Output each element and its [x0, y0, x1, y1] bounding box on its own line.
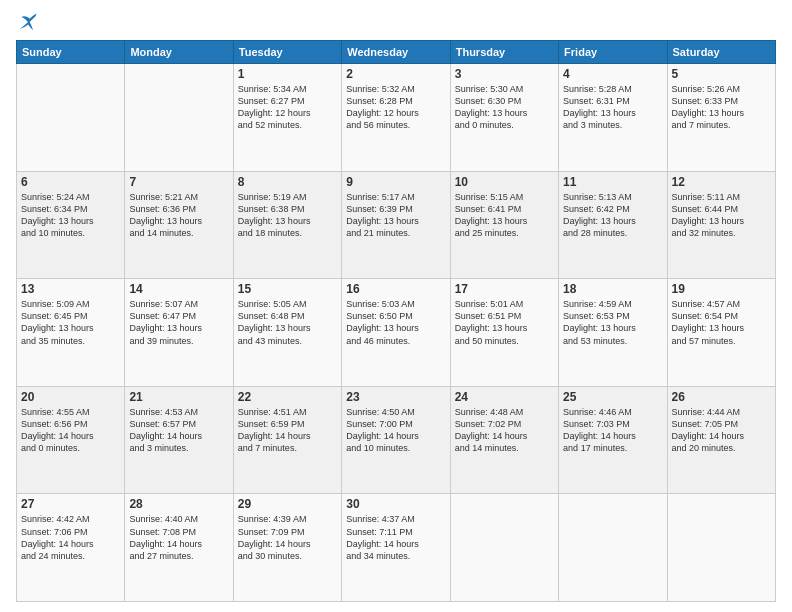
day-number: 13: [21, 282, 120, 296]
day-number: 27: [21, 497, 120, 511]
calendar-cell: 16Sunrise: 5:03 AM Sunset: 6:50 PM Dayli…: [342, 279, 450, 387]
calendar-cell: 5Sunrise: 5:26 AM Sunset: 6:33 PM Daylig…: [667, 64, 775, 172]
calendar-cell: 6Sunrise: 5:24 AM Sunset: 6:34 PM Daylig…: [17, 171, 125, 279]
day-info: Sunrise: 5:03 AM Sunset: 6:50 PM Dayligh…: [346, 298, 445, 347]
day-info: Sunrise: 5:32 AM Sunset: 6:28 PM Dayligh…: [346, 83, 445, 132]
day-info: Sunrise: 5:13 AM Sunset: 6:42 PM Dayligh…: [563, 191, 662, 240]
day-info: Sunrise: 5:28 AM Sunset: 6:31 PM Dayligh…: [563, 83, 662, 132]
week-row-3: 13Sunrise: 5:09 AM Sunset: 6:45 PM Dayli…: [17, 279, 776, 387]
day-info: Sunrise: 4:51 AM Sunset: 6:59 PM Dayligh…: [238, 406, 337, 455]
day-number: 10: [455, 175, 554, 189]
calendar-cell: 11Sunrise: 5:13 AM Sunset: 6:42 PM Dayli…: [559, 171, 667, 279]
week-row-1: 1Sunrise: 5:34 AM Sunset: 6:27 PM Daylig…: [17, 64, 776, 172]
day-number: 4: [563, 67, 662, 81]
day-info: Sunrise: 5:05 AM Sunset: 6:48 PM Dayligh…: [238, 298, 337, 347]
calendar-cell: [125, 64, 233, 172]
day-number: 2: [346, 67, 445, 81]
calendar-cell: 15Sunrise: 5:05 AM Sunset: 6:48 PM Dayli…: [233, 279, 341, 387]
day-info: Sunrise: 4:39 AM Sunset: 7:09 PM Dayligh…: [238, 513, 337, 562]
day-info: Sunrise: 5:15 AM Sunset: 6:41 PM Dayligh…: [455, 191, 554, 240]
page: SundayMondayTuesdayWednesdayThursdayFrid…: [0, 0, 792, 612]
calendar-cell: 18Sunrise: 4:59 AM Sunset: 6:53 PM Dayli…: [559, 279, 667, 387]
calendar-cell: 7Sunrise: 5:21 AM Sunset: 6:36 PM Daylig…: [125, 171, 233, 279]
calendar-cell: 13Sunrise: 5:09 AM Sunset: 6:45 PM Dayli…: [17, 279, 125, 387]
day-info: Sunrise: 4:55 AM Sunset: 6:56 PM Dayligh…: [21, 406, 120, 455]
calendar-cell: 25Sunrise: 4:46 AM Sunset: 7:03 PM Dayli…: [559, 386, 667, 494]
calendar-body: 1Sunrise: 5:34 AM Sunset: 6:27 PM Daylig…: [17, 64, 776, 602]
day-number: 15: [238, 282, 337, 296]
calendar-cell: 23Sunrise: 4:50 AM Sunset: 7:00 PM Dayli…: [342, 386, 450, 494]
day-info: Sunrise: 5:07 AM Sunset: 6:47 PM Dayligh…: [129, 298, 228, 347]
calendar-cell: 17Sunrise: 5:01 AM Sunset: 6:51 PM Dayli…: [450, 279, 558, 387]
day-info: Sunrise: 4:48 AM Sunset: 7:02 PM Dayligh…: [455, 406, 554, 455]
day-info: Sunrise: 4:57 AM Sunset: 6:54 PM Dayligh…: [672, 298, 771, 347]
logo: [16, 12, 38, 32]
day-info: Sunrise: 4:50 AM Sunset: 7:00 PM Dayligh…: [346, 406, 445, 455]
calendar-cell: [559, 494, 667, 602]
calendar-cell: 1Sunrise: 5:34 AM Sunset: 6:27 PM Daylig…: [233, 64, 341, 172]
day-info: Sunrise: 5:17 AM Sunset: 6:39 PM Dayligh…: [346, 191, 445, 240]
day-info: Sunrise: 5:24 AM Sunset: 6:34 PM Dayligh…: [21, 191, 120, 240]
day-number: 14: [129, 282, 228, 296]
day-number: 23: [346, 390, 445, 404]
day-number: 17: [455, 282, 554, 296]
calendar-cell: 26Sunrise: 4:44 AM Sunset: 7:05 PM Dayli…: [667, 386, 775, 494]
day-number: 30: [346, 497, 445, 511]
day-info: Sunrise: 4:40 AM Sunset: 7:08 PM Dayligh…: [129, 513, 228, 562]
calendar-cell: [667, 494, 775, 602]
day-info: Sunrise: 5:09 AM Sunset: 6:45 PM Dayligh…: [21, 298, 120, 347]
day-number: 5: [672, 67, 771, 81]
calendar-cell: 10Sunrise: 5:15 AM Sunset: 6:41 PM Dayli…: [450, 171, 558, 279]
week-row-5: 27Sunrise: 4:42 AM Sunset: 7:06 PM Dayli…: [17, 494, 776, 602]
day-number: 9: [346, 175, 445, 189]
day-number: 20: [21, 390, 120, 404]
calendar-cell: 14Sunrise: 5:07 AM Sunset: 6:47 PM Dayli…: [125, 279, 233, 387]
day-number: 3: [455, 67, 554, 81]
calendar-cell: 24Sunrise: 4:48 AM Sunset: 7:02 PM Dayli…: [450, 386, 558, 494]
day-info: Sunrise: 4:42 AM Sunset: 7:06 PM Dayligh…: [21, 513, 120, 562]
day-number: 29: [238, 497, 337, 511]
week-row-2: 6Sunrise: 5:24 AM Sunset: 6:34 PM Daylig…: [17, 171, 776, 279]
day-header-saturday: Saturday: [667, 41, 775, 64]
day-number: 22: [238, 390, 337, 404]
day-header-thursday: Thursday: [450, 41, 558, 64]
day-number: 21: [129, 390, 228, 404]
day-number: 7: [129, 175, 228, 189]
day-number: 28: [129, 497, 228, 511]
day-info: Sunrise: 5:01 AM Sunset: 6:51 PM Dayligh…: [455, 298, 554, 347]
day-number: 11: [563, 175, 662, 189]
day-info: Sunrise: 5:11 AM Sunset: 6:44 PM Dayligh…: [672, 191, 771, 240]
calendar-header: SundayMondayTuesdayWednesdayThursdayFrid…: [17, 41, 776, 64]
calendar-cell: 21Sunrise: 4:53 AM Sunset: 6:57 PM Dayli…: [125, 386, 233, 494]
day-number: 16: [346, 282, 445, 296]
week-row-4: 20Sunrise: 4:55 AM Sunset: 6:56 PM Dayli…: [17, 386, 776, 494]
day-info: Sunrise: 4:37 AM Sunset: 7:11 PM Dayligh…: [346, 513, 445, 562]
day-header-wednesday: Wednesday: [342, 41, 450, 64]
day-info: Sunrise: 5:21 AM Sunset: 6:36 PM Dayligh…: [129, 191, 228, 240]
calendar-cell: [450, 494, 558, 602]
calendar-cell: 28Sunrise: 4:40 AM Sunset: 7:08 PM Dayli…: [125, 494, 233, 602]
header-row: SundayMondayTuesdayWednesdayThursdayFrid…: [17, 41, 776, 64]
day-info: Sunrise: 5:30 AM Sunset: 6:30 PM Dayligh…: [455, 83, 554, 132]
calendar-cell: 29Sunrise: 4:39 AM Sunset: 7:09 PM Dayli…: [233, 494, 341, 602]
day-info: Sunrise: 4:44 AM Sunset: 7:05 PM Dayligh…: [672, 406, 771, 455]
calendar-table: SundayMondayTuesdayWednesdayThursdayFrid…: [16, 40, 776, 602]
header: [16, 12, 776, 32]
calendar-cell: 9Sunrise: 5:17 AM Sunset: 6:39 PM Daylig…: [342, 171, 450, 279]
calendar-cell: 20Sunrise: 4:55 AM Sunset: 6:56 PM Dayli…: [17, 386, 125, 494]
calendar-cell: 3Sunrise: 5:30 AM Sunset: 6:30 PM Daylig…: [450, 64, 558, 172]
day-header-friday: Friday: [559, 41, 667, 64]
day-number: 8: [238, 175, 337, 189]
day-number: 12: [672, 175, 771, 189]
day-header-sunday: Sunday: [17, 41, 125, 64]
day-info: Sunrise: 4:53 AM Sunset: 6:57 PM Dayligh…: [129, 406, 228, 455]
logo-bird-icon: [18, 12, 38, 32]
calendar-cell: 19Sunrise: 4:57 AM Sunset: 6:54 PM Dayli…: [667, 279, 775, 387]
calendar-cell: [17, 64, 125, 172]
day-info: Sunrise: 4:46 AM Sunset: 7:03 PM Dayligh…: [563, 406, 662, 455]
day-number: 18: [563, 282, 662, 296]
day-number: 19: [672, 282, 771, 296]
day-info: Sunrise: 4:59 AM Sunset: 6:53 PM Dayligh…: [563, 298, 662, 347]
day-header-tuesday: Tuesday: [233, 41, 341, 64]
day-number: 1: [238, 67, 337, 81]
